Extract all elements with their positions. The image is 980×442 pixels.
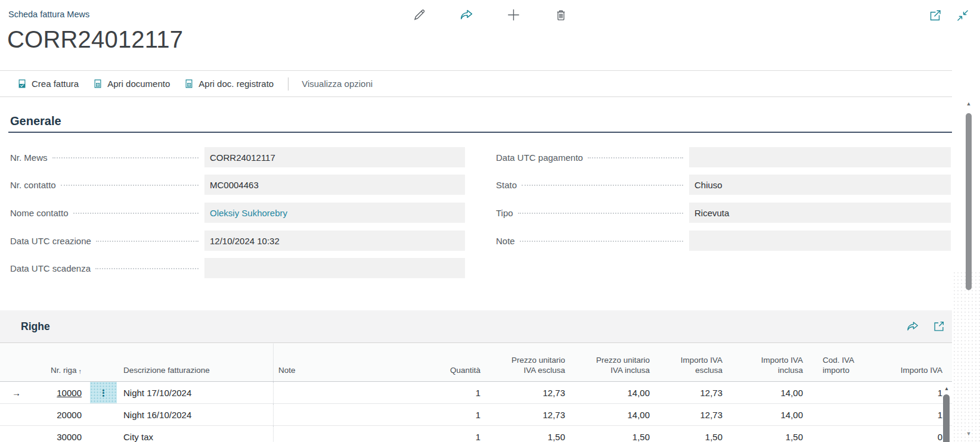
cell-quantita[interactable]: 1 (447, 426, 480, 442)
field-value-box[interactable] (689, 147, 951, 167)
table-row[interactable]: 20000 Night 16/10/2024 1 12,73 14,00 12,… (0, 404, 952, 426)
row-menu-button[interactable]: ⋮ (90, 382, 117, 403)
scrollbar-track-texture (953, 271, 980, 442)
cell-imp-inclusa[interactable]: 14,00 (722, 404, 803, 425)
lines-section-actions (906, 320, 945, 333)
field-value-box[interactable]: 12/10/2024 10:32 (204, 231, 465, 251)
collapse-button[interactable] (955, 8, 970, 23)
field-label: Nr. contatto (10, 180, 56, 190)
more-options-button[interactable]: Visualizza opzioni (302, 79, 373, 89)
cell-importo-iva[interactable]: 1 (870, 382, 952, 403)
page-scroll-up-arrow[interactable]: ▲ (964, 101, 973, 109)
cell-pu-inclusa[interactable]: 1,50 (565, 426, 650, 442)
section-title-generale[interactable]: Generale (10, 114, 61, 128)
column-header-nr-riga[interactable]: Nr. riga↑ (33, 344, 82, 381)
cell-note[interactable] (273, 382, 447, 403)
field-value-box[interactable]: CORR24012117 (204, 147, 465, 167)
dotted-leader (96, 241, 199, 242)
field-value-box[interactable] (689, 231, 951, 251)
field-value-box[interactable]: MC0004463 (204, 175, 465, 195)
cell-nr-riga[interactable]: 10000 (33, 382, 82, 403)
column-header-importo-iva-esclusa[interactable]: Importo IVA esclusa (650, 344, 722, 381)
invoice-card-page: Scheda fattura Mews (0, 0, 980, 442)
cell-importo-iva[interactable]: 0 (870, 426, 952, 442)
lines-share-button[interactable] (906, 320, 919, 333)
cell-nr-riga[interactable]: 30000 (33, 426, 82, 442)
cell-cod-iva[interactable] (803, 426, 870, 442)
page-title: CORR24012117 (7, 26, 183, 53)
table-row[interactable]: 30000 City tax 1 1,50 1,50 1,50 1,50 0 (0, 426, 952, 442)
dotted-leader (520, 241, 683, 242)
new-button[interactable] (506, 7, 522, 23)
window-controls (928, 8, 970, 23)
column-header-importo-iva[interactable]: Importo IVA (870, 344, 952, 381)
trash-icon (554, 8, 567, 22)
column-header-importo-iva-inclusa[interactable]: Importo IVA inclusa (722, 344, 803, 381)
cell-row-selector (0, 426, 33, 442)
field-value-box[interactable]: Ricevuta (689, 203, 951, 223)
cell-pu-inclusa[interactable]: 14,00 (565, 382, 650, 403)
cell-pu-inclusa[interactable]: 14,00 (565, 404, 650, 425)
nr-riga-link[interactable]: 10000 (57, 388, 82, 398)
lines-expand-button[interactable] (932, 320, 945, 333)
edit-button[interactable] (412, 7, 427, 23)
cell-row-menu (82, 426, 117, 442)
column-header-quantita[interactable]: Quantità (447, 344, 480, 381)
cell-pu-esclusa[interactable]: 1,50 (480, 426, 565, 442)
field-stato: Stato Chiuso (496, 175, 951, 195)
cell-cod-iva[interactable] (803, 404, 870, 425)
cell-imp-esclusa[interactable]: 1,50 (650, 426, 722, 442)
cell-pu-esclusa[interactable]: 12,73 (480, 404, 565, 425)
field-value-box[interactable]: Chiuso (689, 175, 951, 195)
field-label: Data UTC pagamento (496, 152, 583, 163)
vertical-ellipsis-icon: ⋮ (99, 388, 108, 397)
table-scroll-up-arrow[interactable]: ▲ (942, 385, 951, 393)
page-scrollbar-thumb[interactable] (966, 113, 972, 290)
cell-pu-esclusa[interactable]: 12,73 (480, 382, 565, 403)
sort-ascending-icon: ↑ (79, 367, 82, 375)
cell-cod-iva[interactable] (803, 382, 870, 403)
page-context-label: Scheda fattura Mews (8, 10, 89, 19)
delete-button[interactable] (553, 7, 569, 23)
column-header-prezzo-unitario-iva-esclusa[interactable]: Prezzo unitario IVA esclusa (480, 344, 565, 381)
column-header-note[interactable]: Note (273, 344, 447, 381)
cell-imp-esclusa[interactable]: 12,73 (650, 382, 722, 403)
table-scrollbar-thumb[interactable] (943, 394, 950, 442)
field-value-box[interactable] (204, 258, 465, 278)
open-in-new-window-button[interactable] (928, 8, 943, 23)
cell-nr-riga[interactable]: 20000 (33, 404, 82, 425)
expand-icon (932, 320, 945, 333)
field-label: Data UTC scadenza (10, 263, 91, 273)
cell-quantita[interactable]: 1 (447, 382, 480, 403)
header-spacer (82, 344, 117, 381)
record-toolbar (412, 7, 569, 23)
field-nr-mews: Nr. Mews CORR24012117 (10, 147, 465, 167)
share-button[interactable] (459, 7, 475, 23)
cell-importo-iva[interactable]: 1 (870, 404, 952, 425)
action-apri-doc-registrato[interactable]: Apri doc. registrato (184, 78, 274, 89)
cell-note[interactable] (273, 404, 447, 425)
cell-descrizione[interactable]: Night 17/10/2024 (117, 382, 273, 403)
cell-descrizione[interactable]: City tax (117, 426, 273, 442)
lines-section-title[interactable]: Righe (21, 320, 50, 333)
cell-quantita[interactable]: 1 (447, 404, 480, 425)
plus-icon (506, 7, 522, 23)
contact-name-link[interactable]: Oleksiy Sukhorebry (204, 203, 465, 223)
cell-imp-inclusa[interactable]: 1,50 (722, 426, 803, 442)
cell-note[interactable] (273, 426, 447, 442)
share-icon (460, 8, 474, 22)
cell-descrizione[interactable]: Night 16/10/2024 (117, 404, 273, 425)
cell-imp-esclusa[interactable]: 12,73 (650, 404, 722, 425)
column-header-prezzo-unitario-iva-inclusa[interactable]: Prezzo unitario IVA inclusa (565, 344, 650, 381)
cell-imp-inclusa[interactable]: 14,00 (722, 382, 803, 403)
action-bar: Crea fattura Apri documento Apri doc. (0, 70, 952, 97)
column-header-cod-iva-importo[interactable]: Cod. IVA importo (803, 344, 870, 381)
page-scroll-down-arrow[interactable]: ▼ (964, 431, 973, 439)
table-row[interactable]: → 10000 ⋮ Night 17/10/2024 1 12,73 14,00… (0, 382, 952, 404)
action-apri-documento[interactable]: Apri documento (92, 78, 170, 89)
field-data-utc-scadenza: Data UTC scadenza (10, 258, 465, 278)
dotted-leader (522, 185, 683, 186)
action-crea-fattura[interactable]: Crea fattura (17, 78, 79, 89)
column-header-descrizione[interactable]: Descrizione fatturazione (117, 344, 273, 381)
dotted-leader (52, 157, 199, 158)
